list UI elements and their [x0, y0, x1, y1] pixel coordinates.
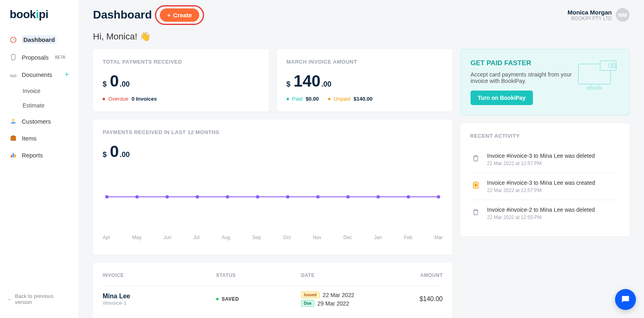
sidebar-item-items[interactable]: Items: [0, 130, 78, 147]
back-link-label: Back to previous version: [15, 293, 71, 305]
activity-text: Invoice #invoice-2 to Mina Lee was delet…: [487, 206, 595, 213]
sidebar-item-reports[interactable]: Reports: [0, 147, 78, 163]
dot-icon: [287, 98, 289, 100]
sidebar-sub-estimate[interactable]: Estimate: [0, 98, 78, 113]
sidebar-item-label: Proposals: [22, 54, 49, 61]
sidebar-item-documents[interactable]: Documents +: [0, 66, 78, 84]
amount-int: 0: [110, 72, 119, 90]
back-link[interactable]: ← Back to previous version: [0, 288, 78, 310]
svg-point-9: [165, 195, 169, 198]
invoice-customer-name: Mina Lee: [103, 293, 216, 300]
issued-pill: Issued: [301, 291, 320, 298]
chart-tick-label: Nov: [313, 235, 321, 240]
invoice-ref: #invoice-1: [103, 300, 216, 306]
dot-icon: [103, 98, 105, 100]
amount-dec: .00: [120, 80, 130, 89]
col-invoice: INVOICE: [103, 273, 216, 278]
table-row[interactable]: Mina Lee #invoice-1 SAVED Issued 22 Mar …: [103, 285, 443, 312]
sidebar-item-dashboard[interactable]: Dashboard: [0, 31, 78, 49]
svg-point-13: [286, 195, 289, 198]
svg-point-16: [376, 195, 380, 198]
card-label: PAYMENTS RECEIVED IN LAST 12 MONTHS: [103, 129, 443, 135]
beta-badge: BETA: [55, 55, 65, 60]
svg-rect-6: [14, 155, 16, 158]
svg-point-2: [12, 119, 14, 121]
svg-text:$: $: [475, 183, 477, 187]
svg-rect-1: [12, 54, 15, 60]
bookipay-promo-card: GET PAID FASTER Accept card payments str…: [460, 49, 630, 115]
activity-item[interactable]: Invoice #invoice-2 to Mina Lee was delet…: [470, 200, 620, 227]
chart-tick-label: Jan: [374, 235, 382, 240]
activity-time: 22 Mar 2022 at 12:57 PM: [487, 161, 595, 166]
turn-on-bookipay-button[interactable]: Turn on BookiPay: [471, 91, 533, 105]
sidebar: bookipi Dashboard Proposals BETA Doc: [0, 0, 78, 318]
col-date: DATE: [301, 273, 386, 278]
create-button[interactable]: + Create: [160, 8, 199, 22]
currency: $: [287, 80, 291, 89]
arrow-left-icon: ←: [7, 296, 12, 302]
month-invoice-card: MARCH INVOICE AMOUNT $ 140 .00 Paid $0.0…: [277, 49, 453, 112]
chart-tick-label: Sep: [252, 235, 261, 240]
svg-rect-3: [11, 136, 16, 140]
clipboard-icon: [10, 54, 17, 61]
activity-item[interactable]: Invoice #invoice-3 to Mina Lee was delet…: [470, 146, 620, 173]
amount-int: 0: [110, 142, 119, 161]
card-label: TOTAL PAYMENTS RECEIVED: [103, 59, 259, 65]
svg-point-12: [256, 195, 259, 198]
chart-tick-label: Dec: [343, 235, 352, 240]
svg-rect-20: [590, 84, 599, 87]
chart-tick-label: Mar: [434, 235, 443, 240]
sidebar-item-label: Items: [22, 135, 37, 142]
amount-dec: .00: [120, 151, 130, 159]
activity-item[interactable]: $Invoice #invoice-3 to Mina Lee was crea…: [470, 173, 620, 200]
svg-point-18: [437, 195, 440, 198]
sidebar-item-label: Documents: [22, 71, 52, 78]
svg-point-15: [347, 195, 350, 198]
issued-date: 22 Mar 2022: [323, 292, 355, 298]
svg-point-7: [105, 195, 108, 198]
unpaid-amount: $140.00: [354, 96, 373, 102]
line-chart: AprMayJunJulAugSepOctNovDecJanFebMar: [103, 173, 443, 245]
col-status: STATUS: [216, 273, 301, 278]
card-label: MARCH INVOICE AMOUNT: [287, 59, 443, 65]
chart-tick-label: Apr: [103, 235, 110, 240]
paid-label: Paid: [292, 96, 303, 102]
activity-text: Invoice #invoice-3 to Mina Lee was creat…: [487, 180, 595, 186]
chart-tick-label: Jul: [193, 235, 199, 240]
chat-icon: [620, 294, 631, 305]
plus-icon: +: [167, 12, 171, 19]
document-icon: $: [470, 180, 481, 191]
promo-title: GET PAID FASTER: [471, 59, 575, 67]
chart-tick-label: Jun: [163, 235, 171, 240]
plus-icon[interactable]: +: [64, 70, 69, 79]
svg-point-10: [196, 195, 199, 198]
user-icon: [10, 118, 17, 125]
recent-activity-card: RECENT ACTIVITY Invoice #invoice-3 to Mi…: [460, 123, 630, 236]
avatar[interactable]: MM: [616, 8, 630, 22]
svg-point-17: [407, 195, 410, 198]
dot-icon: [216, 298, 219, 300]
sidebar-item-label: Customers: [22, 118, 51, 125]
svg-point-11: [226, 195, 229, 198]
chat-bubble-button[interactable]: [615, 289, 636, 310]
app-logo[interactable]: bookipi: [0, 8, 78, 31]
sidebar-item-label: Reports: [22, 152, 43, 159]
user-menu[interactable]: Monica Morgan BOOKIPI PTY LTD MM: [568, 8, 630, 22]
sidebar-item-customers[interactable]: Customers: [0, 113, 78, 130]
sidebar-item-proposals[interactable]: Proposals BETA: [0, 49, 78, 66]
chart-tick-label: May: [132, 235, 142, 240]
create-button-label: Create: [173, 12, 192, 19]
col-amount: AMOUNT: [386, 273, 443, 278]
status-text: SAVED: [222, 296, 239, 302]
sidebar-sub-invoice[interactable]: Invoice: [0, 84, 78, 98]
box-icon: [10, 134, 17, 142]
trash-icon: [470, 206, 481, 218]
dot-icon: [328, 98, 330, 100]
promo-body: Accept card payments straight from your …: [471, 71, 575, 84]
chart-tick-label: Aug: [222, 235, 230, 240]
svg-rect-5: [13, 153, 14, 158]
svg-rect-4: [11, 155, 12, 157]
trash-icon: [470, 153, 481, 164]
logo-text: bookipi: [10, 8, 48, 21]
svg-point-14: [316, 195, 320, 198]
